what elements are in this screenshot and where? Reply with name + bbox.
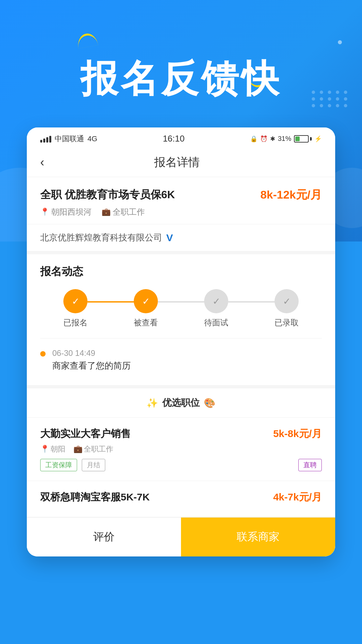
battery-percent: 31%: [278, 135, 291, 143]
job-item-2-salary: 4k-7k元/月: [273, 490, 322, 504]
job-item-2[interactable]: 双桥急聘淘宝客服5K-7K 4k-7k元/月: [27, 481, 335, 517]
step-label-1: 已报名: [63, 317, 87, 328]
registration-section: 报名动态 已报名 被查看 待面试: [27, 254, 335, 388]
deco-dot1: [338, 40, 342, 44]
step-circle-3: [204, 289, 228, 313]
rec-header: ✨ 优选职位 🎨: [27, 388, 335, 418]
job-meta: 📍 朝阳西坝河 💼 全职工作: [40, 207, 322, 217]
job-item-1-top: 大勤实业大客户销售 5k-8k元/月: [40, 427, 322, 441]
bluetooth-icon: ✱: [270, 135, 275, 143]
network-text: 4G: [87, 135, 97, 143]
step-label-3: 待面试: [204, 317, 228, 328]
rec-icon-left: ✨: [146, 397, 158, 409]
signal-icon: [40, 135, 51, 143]
job-item-2-title: 双桥急聘淘宝客服5K-7K: [40, 490, 150, 504]
job-item-2-top: 双桥急聘淘宝客服5K-7K 4k-7k元/月: [40, 490, 322, 504]
job-location-text: 朝阳西坝河: [51, 207, 92, 217]
bg-title: 报名反馈快: [0, 54, 362, 104]
nav-title: 报名详情: [51, 155, 303, 170]
timeline-text: 商家查看了您的简历: [52, 360, 131, 372]
job-title: 全职 优胜教育市场专员保6K: [40, 187, 175, 202]
step-label-2: 被查看: [134, 317, 158, 328]
rec-icon-right: 🎨: [204, 397, 216, 409]
deco-curve1: [76, 32, 98, 49]
job-header: 全职 优胜教育市场专员保6K 8k-12k元/月 📍 朝阳西坝河 💼 全职工作: [27, 177, 335, 224]
evaluate-button[interactable]: 评价: [27, 518, 181, 556]
carrier-text: 中国联通: [55, 134, 84, 144]
step-circle-4: [275, 289, 299, 313]
job-item-1-meta: 📍 朝阳 💼 全职工作: [40, 444, 322, 454]
company-row: 北京优胜辉煌教育科技有限公司 V: [27, 224, 335, 254]
work-icon: 💼: [102, 208, 111, 216]
status-time: 16:10: [163, 133, 185, 144]
nav-bar: ‹ 报名详情: [27, 148, 335, 177]
job-item-1-work-type: 💼 全职工作: [73, 444, 113, 454]
status-right: 🔒 ⏰ ✱ 31% ⚡: [250, 135, 322, 143]
back-button[interactable]: ‹: [40, 155, 44, 169]
timeline-dot: [40, 351, 46, 357]
rec-title: 优选职位: [162, 396, 200, 409]
timeline-content: 06-30 14:49 商家查看了您的简历: [52, 348, 131, 372]
checkmark-1: [72, 296, 79, 307]
checkmark-4: [283, 296, 291, 307]
status-left: 中国联通 4G: [40, 134, 97, 144]
battery-icon: [294, 135, 312, 143]
tag-direct-hire: 直聘: [298, 459, 322, 471]
job-item-1[interactable]: 大勤实业大客户销售 5k-8k元/月 📍 朝阳 💼 全职工作 工资保障 月结 直…: [27, 418, 335, 481]
location-icon-1: 📍: [40, 445, 49, 453]
verified-badge: V: [166, 232, 173, 244]
job-item-1-title: 大勤实业大客户销售: [40, 427, 131, 441]
step-1: 已报名: [63, 289, 87, 328]
step-3: 待面试: [204, 289, 228, 328]
location-icon: 📍: [40, 208, 49, 216]
tag-wage-guarantee: 工资保障: [40, 459, 77, 471]
job-work-type: 💼 全职工作: [102, 207, 145, 217]
step-label-4: 已录取: [275, 317, 299, 328]
lock-icon: 🔒: [250, 135, 257, 143]
alarm-icon: ⏰: [260, 135, 267, 143]
checkmark-3: [213, 296, 220, 307]
bottom-bar: 评价 联系商家: [27, 517, 335, 556]
company-name: 北京优胜辉煌教育科技有限公司: [40, 232, 162, 244]
phone-card: 中国联通 4G 16:10 🔒 ⏰ ✱ 31% ⚡ ‹ 报名详情 全职 优胜教育…: [27, 127, 335, 556]
charge-icon: ⚡: [314, 135, 322, 143]
timeline-item-1: 06-30 14:49 商家查看了您的简历: [40, 345, 322, 375]
timeline-separator: [40, 338, 322, 338]
job-title-row: 全职 优胜教育市场专员保6K 8k-12k元/月: [40, 187, 322, 203]
job-salary: 8k-12k元/月: [260, 187, 322, 203]
step-circle-1: [63, 289, 87, 313]
timeline-time: 06-30 14:49: [52, 348, 131, 358]
step-circle-2: [134, 289, 158, 313]
job-item-1-salary: 5k-8k元/月: [273, 427, 322, 441]
step-2: 被查看: [134, 289, 158, 328]
job-location: 📍 朝阳西坝河: [40, 207, 92, 217]
progress-steps: 已报名 被查看 待面试 已录取: [40, 289, 322, 328]
work-icon-1: 💼: [73, 445, 82, 453]
job-item-1-location: 📍 朝阳: [40, 444, 65, 454]
checkmark-2: [142, 296, 150, 307]
job-work-type-text: 全职工作: [113, 207, 145, 217]
section-title: 报名动态: [40, 264, 322, 279]
job-item-1-tags: 工资保障 月结 直聘: [40, 459, 322, 471]
tag-monthly: 月结: [82, 459, 105, 471]
status-bar: 中国联通 4G 16:10 🔒 ⏰ ✱ 31% ⚡: [27, 127, 335, 148]
step-4: 已录取: [275, 289, 299, 328]
contact-button[interactable]: 联系商家: [181, 518, 335, 556]
recommended-section: ✨ 优选职位 🎨 大勤实业大客户销售 5k-8k元/月 📍 朝阳 💼 全职工作: [27, 388, 335, 517]
